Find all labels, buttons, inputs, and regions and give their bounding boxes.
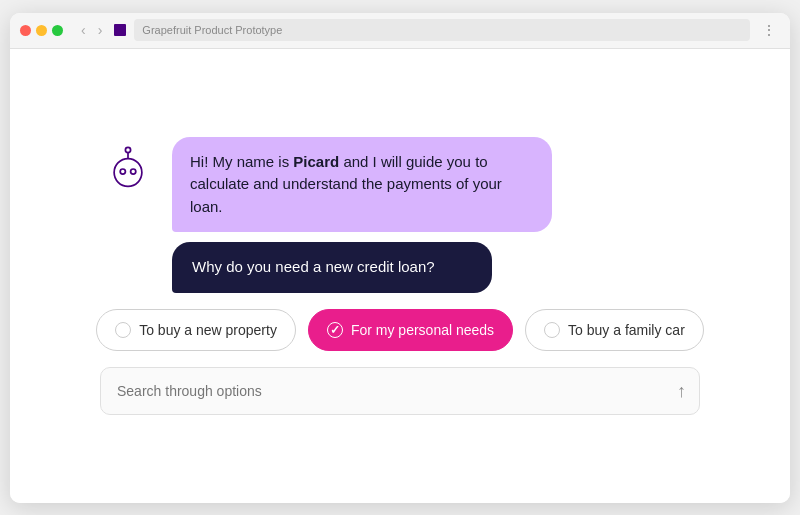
up-arrow-icon: ↑ [677,380,686,401]
search-submit-button[interactable]: ↑ [677,380,686,401]
option-property-button[interactable]: To buy a new property [96,309,296,351]
greeting-bubble: Hi! My name is Picard and I will guide y… [172,137,552,233]
options-row: To buy a new property ✓ For my personal … [100,309,700,351]
minimize-button[interactable] [36,25,47,36]
search-input[interactable] [100,367,700,415]
radio-property-icon [115,322,131,338]
svg-point-4 [125,147,130,152]
svg-point-2 [131,169,136,174]
browser-content: Hi! My name is Picard and I will guide y… [10,49,790,503]
bot-avatar [100,141,156,197]
chat-row: Hi! My name is Picard and I will guide y… [100,137,552,293]
radio-car-icon [544,322,560,338]
forward-nav-button[interactable]: › [94,20,107,40]
option-personal-button[interactable]: ✓ For my personal needs [308,309,513,351]
option-property-label: To buy a new property [139,322,277,338]
svg-point-1 [120,169,125,174]
address-bar-text: Grapefruit Product Prototype [142,24,282,36]
search-row: ↑ [100,367,700,415]
chat-container: Hi! My name is Picard and I will guide y… [100,137,700,415]
favicon-icon [114,24,126,36]
checkmark-icon: ✓ [330,323,340,337]
svg-point-0 [114,158,142,186]
bot-name: Picard [293,153,339,170]
traffic-lights [20,25,63,36]
radio-personal-icon: ✓ [327,322,343,338]
close-button[interactable] [20,25,31,36]
browser-window: ‹ › Grapefruit Product Prototype ⋮ [10,13,790,503]
greeting-text-pre: Hi! My name is [190,153,293,170]
nav-buttons: ‹ › [77,20,106,40]
back-nav-button[interactable]: ‹ [77,20,90,40]
question-bubble: Why do you need a new credit loan? [172,242,492,293]
browser-toolbar: ‹ › Grapefruit Product Prototype ⋮ [10,13,790,49]
browser-menu-button[interactable]: ⋮ [758,20,780,40]
maximize-button[interactable] [52,25,63,36]
option-car-button[interactable]: To buy a family car [525,309,704,351]
chat-bubbles: Hi! My name is Picard and I will guide y… [172,137,552,293]
option-car-label: To buy a family car [568,322,685,338]
address-bar[interactable]: Grapefruit Product Prototype [134,19,750,41]
option-personal-label: For my personal needs [351,322,494,338]
